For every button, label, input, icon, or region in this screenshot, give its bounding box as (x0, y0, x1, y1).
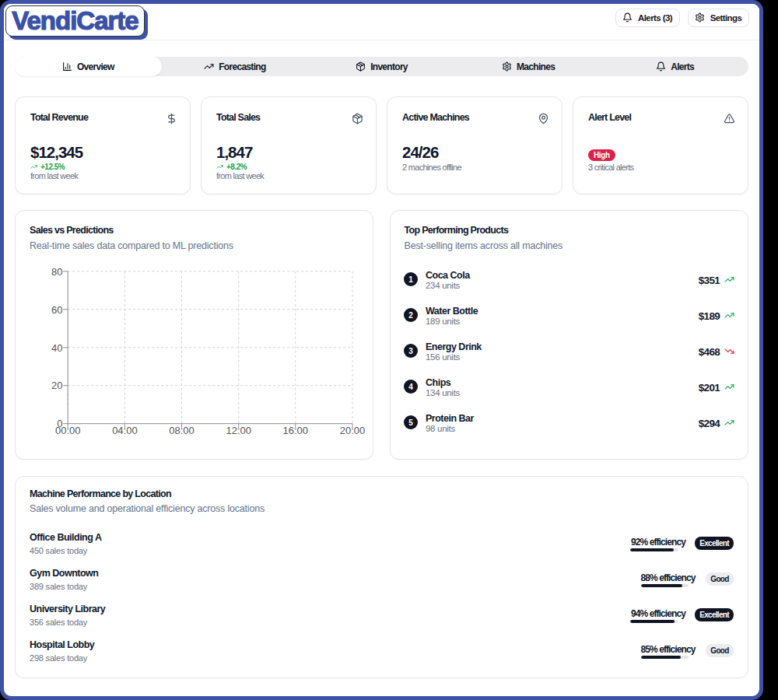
svg-text:00:00: 00:00 (55, 425, 81, 436)
svg-text:40: 40 (51, 342, 62, 354)
svg-text:20: 20 (51, 380, 62, 391)
svg-text:12:00: 12:00 (226, 425, 251, 436)
svg-text:20:00: 20:00 (340, 425, 366, 436)
svg-text:04:00: 04:00 (112, 425, 138, 436)
svg-text:80: 80 (51, 266, 62, 278)
svg-text:16:00: 16:00 (283, 425, 309, 436)
svg-text:60: 60 (51, 304, 62, 316)
svg-text:08:00: 08:00 (169, 425, 194, 436)
